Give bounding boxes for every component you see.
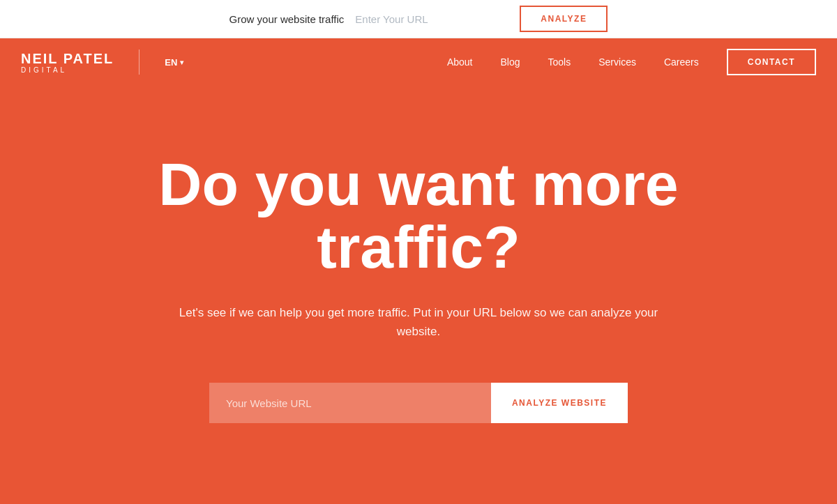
hero-subtitle: Let's see if we can help you get more tr… xyxy=(174,303,663,341)
hero-section: Do you want more traffic? Let's see if w… xyxy=(0,86,837,504)
hero-url-input[interactable] xyxy=(209,383,491,423)
logo-name: NEIL PATEL xyxy=(21,51,114,66)
nav-services[interactable]: Services xyxy=(598,56,636,68)
nav-careers[interactable]: Careers xyxy=(664,56,699,68)
nav-blog[interactable]: Blog xyxy=(501,56,520,68)
hero-analyze-button[interactable]: ANALYZE WEBSITE xyxy=(491,383,628,423)
logo-digital: DIGITAL xyxy=(21,66,67,74)
navbar: NEIL PATEL DIGITAL EN ▾ About Blog Tools… xyxy=(0,38,837,86)
chevron-down-icon: ▾ xyxy=(180,59,183,66)
hero-form: ANALYZE WEBSITE xyxy=(209,383,628,423)
logo-divider xyxy=(139,49,140,75)
top-bar-tagline: Grow your website traffic xyxy=(229,13,345,25)
nav-tools[interactable]: Tools xyxy=(548,56,571,68)
logo[interactable]: NEIL PATEL DIGITAL xyxy=(21,51,114,74)
top-bar-url-input[interactable] xyxy=(355,8,508,31)
language-selector[interactable]: EN ▾ xyxy=(165,57,183,68)
nav-about[interactable]: About xyxy=(447,56,473,68)
top-bar-analyze-button[interactable]: ANALYZE xyxy=(520,6,608,32)
contact-button[interactable]: CONTACT xyxy=(727,49,816,75)
navbar-left: NEIL PATEL DIGITAL EN ▾ xyxy=(21,49,183,75)
navbar-nav: About Blog Tools Services Careers CONTAC… xyxy=(447,49,816,75)
top-bar: Grow your website traffic ANALYZE xyxy=(0,0,837,38)
lang-label: EN xyxy=(165,57,177,68)
hero-title: Do you want more traffic? xyxy=(70,153,767,279)
